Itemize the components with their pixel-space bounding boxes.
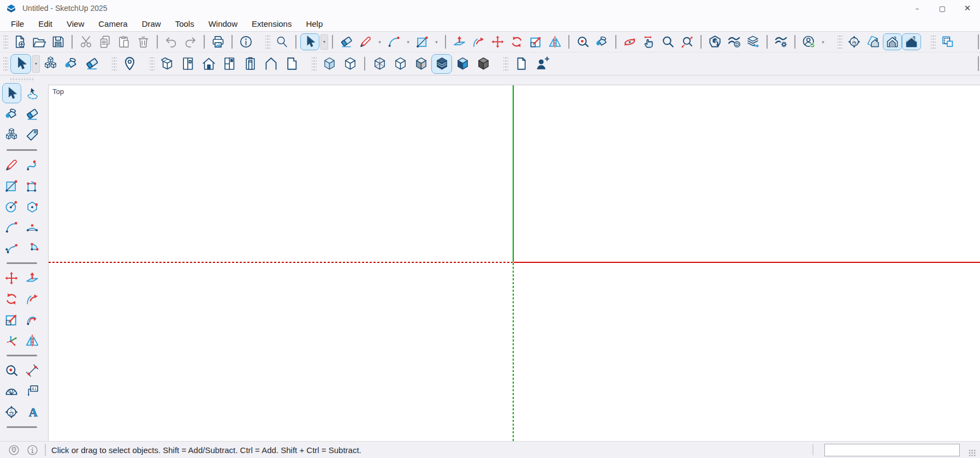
help-info-icon[interactable] xyxy=(25,443,39,457)
rotated-rectangle-button[interactable] xyxy=(23,175,42,196)
follow-me-button[interactable] xyxy=(23,289,42,309)
toolbar-drag-handle[interactable] xyxy=(931,35,936,49)
resize-grip[interactable] xyxy=(969,449,976,456)
scale-button[interactable] xyxy=(526,33,545,50)
arch-window-button[interactable] xyxy=(219,54,240,74)
toolbar-drag-handle[interactable] xyxy=(3,35,8,49)
flip-button[interactable] xyxy=(23,330,42,350)
paint-bucket-button[interactable] xyxy=(592,33,611,50)
style-wireframe-button[interactable] xyxy=(369,54,390,74)
menu-camera[interactable]: Camera xyxy=(91,19,134,28)
toolbar-drag-handle[interactable] xyxy=(838,35,842,49)
add-location-button[interactable] xyxy=(119,54,140,74)
rectangle-button[interactable] xyxy=(2,175,21,196)
style-hidden-line-button[interactable] xyxy=(390,54,411,74)
text-button[interactable]: A1 xyxy=(23,381,42,401)
arc-dropdown-arrow-icon[interactable]: ▾ xyxy=(404,34,412,50)
tape-measure-button[interactable] xyxy=(573,33,592,50)
style-textured-button[interactable] xyxy=(431,54,452,74)
select-button[interactable] xyxy=(2,83,21,103)
display-section-planes-button[interactable] xyxy=(864,33,883,50)
cut-button[interactable] xyxy=(76,33,96,50)
select-dropdown-arrow-icon[interactable]: ▾ xyxy=(32,55,40,73)
new-scene-button[interactable] xyxy=(510,54,531,74)
display-section-fill-button[interactable] xyxy=(902,33,921,50)
maximize-button[interactable]: ▢ xyxy=(930,0,955,16)
open-button[interactable] xyxy=(29,33,49,50)
send-to-layout-button[interactable] xyxy=(744,33,763,50)
dimension-button[interactable] xyxy=(23,360,42,380)
3d-text-button[interactable]: A xyxy=(23,402,42,422)
select-dropdown-arrow-icon[interactable]: ▾ xyxy=(320,34,328,50)
rectangle-dropdown-arrow-icon[interactable]: ▾ xyxy=(432,34,441,50)
eraser-button[interactable] xyxy=(23,104,42,124)
menu-edit[interactable]: Edit xyxy=(31,19,60,28)
toolbar-drag-handle[interactable] xyxy=(150,57,155,71)
save-button[interactable] xyxy=(49,33,68,50)
style-shaded-blue-button[interactable] xyxy=(452,54,473,74)
line-button[interactable] xyxy=(356,33,375,50)
menu-help[interactable]: Help xyxy=(299,19,330,28)
pie-button[interactable] xyxy=(23,238,42,258)
add-person-button[interactable] xyxy=(531,54,552,74)
close-button[interactable]: ✕ xyxy=(955,0,980,16)
protractor-button[interactable] xyxy=(2,381,21,401)
components-button[interactable] xyxy=(2,125,21,145)
select-button[interactable] xyxy=(300,33,319,50)
rotate-button[interactable] xyxy=(507,33,526,50)
eraser-button[interactable] xyxy=(81,54,102,74)
toolbar-drag-handle[interactable] xyxy=(3,57,8,71)
menu-draw[interactable]: Draw xyxy=(135,19,168,28)
polygon-button[interactable] xyxy=(23,196,42,216)
offset-button[interactable] xyxy=(23,309,42,330)
lasso-button[interactable] xyxy=(23,83,42,103)
arch-door-button[interactable] xyxy=(177,54,198,74)
account-button[interactable] xyxy=(799,33,818,50)
print-button[interactable] xyxy=(209,33,228,50)
line-button[interactable] xyxy=(2,155,21,175)
drawing-viewport[interactable]: Top xyxy=(48,85,980,441)
toolbar-drag-handle[interactable] xyxy=(312,57,317,71)
line-dropdown-arrow-icon[interactable]: ▾ xyxy=(376,34,384,50)
zoom-extents-button[interactable] xyxy=(678,33,697,50)
measurements-input[interactable] xyxy=(824,444,960,456)
arch-cabinet-button[interactable] xyxy=(240,54,260,74)
rotate-button[interactable] xyxy=(2,289,21,309)
toolbar-drag-handle[interactable] xyxy=(112,57,117,71)
redo-button[interactable] xyxy=(181,33,200,50)
toolbar-drag-handle[interactable] xyxy=(503,57,508,71)
orbit-button[interactable] xyxy=(620,33,639,50)
move-button[interactable] xyxy=(2,268,21,288)
components-button[interactable] xyxy=(40,54,61,74)
extension-warehouse-button[interactable] xyxy=(724,33,744,50)
menu-window[interactable]: Window xyxy=(201,19,245,28)
paint-bucket-button[interactable] xyxy=(61,54,81,74)
selection-toggle-button[interactable] xyxy=(938,33,957,50)
minimize-button[interactable]: – xyxy=(905,0,930,16)
menu-view[interactable]: View xyxy=(60,19,91,28)
section-plane-button[interactable]: CA-B xyxy=(845,33,864,50)
arch-roof-button[interactable] xyxy=(260,54,281,74)
arc-tangent-button[interactable] xyxy=(2,238,21,258)
freehand-button[interactable] xyxy=(23,155,42,175)
menu-extensions[interactable]: Extensions xyxy=(245,19,299,28)
push-pull-button[interactable] xyxy=(23,268,42,288)
paint-bucket-button[interactable] xyxy=(2,104,21,124)
toolbar-drag-handle[interactable] xyxy=(265,35,270,49)
copy-button[interactable] xyxy=(96,33,115,50)
arc-button[interactable] xyxy=(384,33,403,50)
tape-measure-button[interactable] xyxy=(2,360,21,380)
eraser-button[interactable] xyxy=(337,33,356,50)
section-plane-button[interactable]: CA-B xyxy=(2,402,21,422)
move-button[interactable] xyxy=(488,33,507,50)
zoom-button[interactable] xyxy=(658,33,678,50)
style-xray-button[interactable] xyxy=(319,54,340,74)
circle-button[interactable] xyxy=(2,196,21,216)
style-monochrome-button[interactable] xyxy=(473,54,494,74)
arch-home-button[interactable] xyxy=(198,54,219,74)
3d-warehouse-button[interactable] xyxy=(705,33,724,50)
undo-button[interactable] xyxy=(162,33,181,50)
model-info-button[interactable] xyxy=(236,33,256,50)
account-dropdown-arrow-icon[interactable]: ▾ xyxy=(819,34,827,50)
geolocation-icon[interactable] xyxy=(7,443,21,457)
